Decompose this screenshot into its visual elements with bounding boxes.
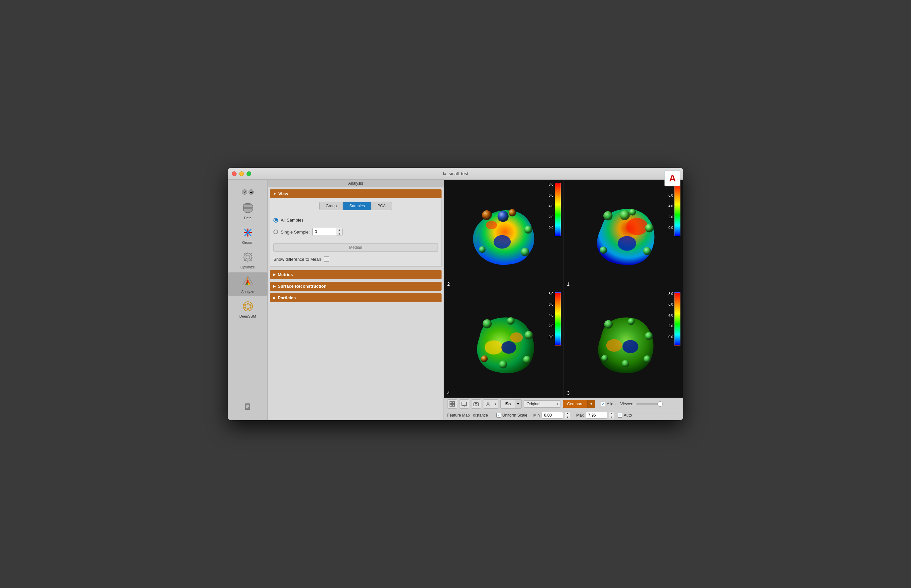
close-button[interactable]: [232, 171, 237, 176]
compare-btn-group: Compare ▼: [563, 400, 595, 408]
feature-map-label: Feature Map: [447, 413, 470, 418]
align-checkbox[interactable]: ✓: [601, 402, 605, 406]
sidebar-close-x[interactable]: ✕: [242, 189, 247, 195]
show-diff-checkbox[interactable]: [324, 257, 329, 262]
view-section-header[interactable]: ▼ View: [270, 189, 441, 198]
surface-reconstruction-label: Surface Reconstruction: [278, 284, 326, 289]
toolbar-divider: [598, 401, 598, 407]
particles-header[interactable]: ▶ Particles: [270, 293, 441, 302]
median-button[interactable]: Median: [273, 243, 438, 252]
svg-point-59: [623, 340, 638, 353]
svg-point-57: [499, 361, 507, 369]
svg-point-47: [600, 247, 607, 254]
metrics-header[interactable]: ▶ Metrics: [270, 270, 441, 279]
viewport-number-2: 2: [447, 281, 450, 287]
analysis-panel-header: Analysis: [268, 180, 444, 187]
person-dropdown[interactable]: ▼: [493, 399, 498, 409]
viewport-cell-2[interactable]: 2 8.0 6.0 4.0 2.0 0.0: [444, 180, 564, 289]
person-btn-group: ▼: [483, 399, 498, 409]
viewers-slider[interactable]: [636, 403, 663, 405]
sidebar-close-arrow[interactable]: ◀: [249, 189, 254, 195]
view-section-label: View: [278, 191, 288, 196]
compare-dropdown[interactable]: ▼: [588, 400, 595, 408]
viewport-number-3: 3: [567, 390, 570, 396]
svg-point-53: [507, 317, 514, 325]
analyze-icon: [241, 275, 255, 289]
sidebar-item-doc[interactable]: [238, 397, 258, 417]
sidebar-item-groom[interactable]: Groom: [228, 223, 267, 247]
viewers-slider-thumb[interactable]: [657, 401, 663, 407]
svg-rect-67: [452, 402, 454, 404]
min-up[interactable]: ▲: [565, 412, 570, 415]
spinner-down[interactable]: ▼: [336, 232, 342, 236]
screen-view-button[interactable]: [459, 399, 469, 409]
iso-label: ISo: [505, 402, 511, 406]
camera-button[interactable]: [471, 399, 481, 409]
all-samples-label: All Samples: [281, 218, 304, 223]
max-down[interactable]: ▼: [609, 415, 614, 419]
color-bar-2: 8.0 6.0 4.0 2.0 0.0: [549, 183, 561, 236]
svg-point-45: [645, 224, 654, 232]
color-bar-4: 8.0 6.0 4.0 2.0 0.0: [549, 292, 561, 346]
radio-all-samples-btn[interactable]: [273, 218, 278, 223]
feature-map-row: Feature Map distance ✓ Uniform Scale Min…: [444, 410, 683, 420]
svg-point-52: [482, 319, 491, 328]
surface-reconstruction-section: ▶ Surface Reconstruction: [270, 282, 441, 291]
svg-point-50: [510, 333, 523, 343]
shape-canvas-1: [564, 180, 683, 289]
color-label-6: 6.0: [549, 194, 554, 197]
auto-checkbox[interactable]: ✓: [618, 413, 622, 418]
sidebar-item-analyze[interactable]: Analyze: [228, 272, 267, 296]
iso-button[interactable]: ISo: [500, 399, 515, 409]
traffic-lights: [232, 171, 251, 176]
particles-arrow-icon: ▶: [273, 296, 276, 300]
original-select[interactable]: Original Reconstructed World: [523, 400, 561, 408]
surface-reconstruction-header[interactable]: ▶ Surface Reconstruction: [270, 282, 441, 291]
minimize-button[interactable]: [239, 171, 244, 176]
sidebar: · · · · · · · · · · ✕ ◀ Data: [228, 180, 268, 420]
maximize-button[interactable]: [247, 171, 251, 176]
svg-point-42: [618, 236, 636, 250]
viewport-cell-3[interactable]: 3 8.0 6.0 4.0 2.0 0.0: [564, 289, 683, 398]
sidebar-data-label: Data: [244, 216, 252, 220]
viewport-cell-1[interactable]: 1 8.0 6.0 4.0 2.0 0.0: [564, 180, 683, 289]
toolbar-bottom: ▼ ISo ▼ Original Reconstructed World: [444, 397, 683, 410]
viewport-area: A: [444, 180, 683, 420]
sidebar-item-data[interactable]: Data: [228, 199, 267, 222]
viewers-label: Viewers: [620, 402, 634, 406]
single-sample-input[interactable]: [313, 229, 336, 235]
person-button[interactable]: [483, 399, 493, 409]
max-label: Max: [576, 413, 584, 418]
align-row: ✓ Align: [601, 402, 615, 406]
min-down[interactable]: ▼: [565, 415, 570, 419]
shape-canvas-2: [444, 180, 564, 289]
sidebar-item-deepsm[interactable]: DeepSSM: [228, 297, 267, 320]
spinner-up[interactable]: ▲: [336, 228, 342, 232]
svg-point-56: [481, 355, 488, 362]
tab-pca[interactable]: PCA: [371, 202, 392, 210]
metrics-section: ▶ Metrics: [270, 270, 441, 279]
iso-dropdown[interactable]: ▼: [515, 399, 522, 409]
svg-point-55: [523, 356, 531, 364]
uniform-scale-checkbox[interactable]: ✓: [496, 413, 501, 418]
original-select-wrapper: Original Reconstructed World: [523, 400, 561, 408]
max-row: Max ▲ ▼: [576, 412, 614, 419]
show-diff-label: Show difference to Mean: [273, 257, 321, 262]
min-input[interactable]: [541, 412, 563, 418]
sidebar-analyze-label: Analyze: [241, 290, 254, 294]
tab-group[interactable]: Group: [319, 202, 343, 210]
doc-icon: [241, 400, 255, 414]
svg-point-41: [626, 218, 648, 235]
radio-single-sample-btn[interactable]: [273, 229, 278, 234]
compare-button[interactable]: Compare: [563, 400, 588, 408]
svg-rect-69: [452, 404, 454, 406]
radio-all-samples[interactable]: All Samples: [273, 218, 438, 223]
tab-samples[interactable]: Samples: [343, 202, 371, 210]
viewport-cell-4[interactable]: 4 8.0 6.0 4.0 2.0 0.0: [444, 289, 564, 398]
sidebar-item-optimize[interactable]: Optimize: [228, 248, 267, 271]
max-up[interactable]: ▲: [609, 412, 614, 415]
viewport-number-1: 1: [567, 281, 570, 287]
grid-view-button[interactable]: [447, 399, 457, 409]
max-input[interactable]: [586, 412, 607, 418]
a-button[interactable]: A: [664, 180, 680, 186]
